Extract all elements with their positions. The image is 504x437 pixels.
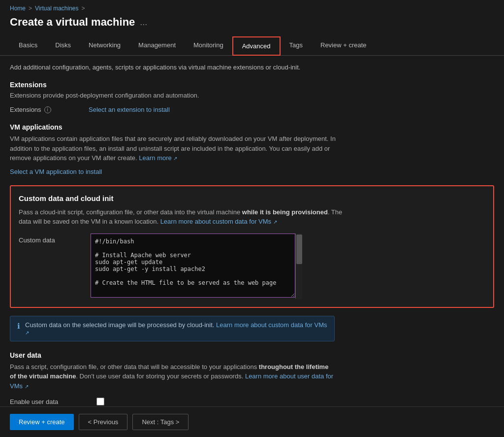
custom-data-bold: while it is being provisioned xyxy=(242,208,328,216)
main-description: Add additional configuration, agents, sc… xyxy=(10,64,494,71)
enable-user-data-checkbox[interactable] xyxy=(96,398,104,405)
tab-basics[interactable]: Basics xyxy=(10,36,46,56)
breadcrumb: Home > Virtual machines > xyxy=(10,5,494,12)
info-banner-text: Custom data on the selected image will b… xyxy=(25,321,327,336)
select-extension-link[interactable]: Select an extension to install xyxy=(89,106,170,113)
enable-user-data-label: Enable user data xyxy=(10,398,89,405)
info-banner: ℹ Custom data on the selected image will… xyxy=(10,316,335,341)
vm-apps-heading: VM applications xyxy=(10,123,494,131)
breadcrumb-sep2: > xyxy=(82,5,85,12)
tab-monitoring[interactable]: Monitoring xyxy=(185,36,232,56)
tab-disks[interactable]: Disks xyxy=(46,36,80,56)
breadcrumb-sep1: > xyxy=(29,5,32,12)
custom-data-section: Custom data and cloud init Pass a cloud-… xyxy=(10,185,494,308)
custom-data-ext-icon: ↗ xyxy=(273,219,277,225)
select-vm-app-link[interactable]: Select a VM application to install xyxy=(10,168,102,175)
page-title: Create a virtual machine xyxy=(10,16,135,29)
more-options-icon[interactable]: ... xyxy=(140,17,147,28)
scrollbar[interactable] xyxy=(295,234,302,299)
tab-tags[interactable]: Tags xyxy=(281,36,312,56)
info-banner-learn-more[interactable]: Learn more about custom data for VMs xyxy=(216,321,327,329)
scrollbar-thumb xyxy=(296,235,302,264)
info-banner-icon: ℹ xyxy=(17,322,20,331)
extensions-sub: Extensions provide post-deployment confi… xyxy=(10,92,494,99)
breadcrumb-home[interactable]: Home xyxy=(10,5,26,12)
user-data-heading: User data xyxy=(10,351,494,359)
extensions-label: Extensions i xyxy=(10,106,89,113)
custom-data-label: Custom data xyxy=(19,234,83,244)
user-data-desc: Pass a script, configuration file, or ot… xyxy=(10,362,335,391)
extensions-heading: Extensions xyxy=(10,81,494,89)
custom-data-desc: Pass a cloud-init script, configuration … xyxy=(19,207,344,227)
user-data-ext-icon: ↗ xyxy=(25,384,29,389)
tab-advanced[interactable]: Advanced xyxy=(232,36,281,56)
extensions-section: Extensions Extensions provide post-deplo… xyxy=(10,81,494,113)
vm-apps-desc: VM applications contain application file… xyxy=(10,134,345,163)
custom-data-textarea-container: #!/bin/bash # Install Apache web server … xyxy=(91,234,302,299)
info-ext-icon: ↗ xyxy=(25,330,29,336)
previous-button[interactable]: < Previous xyxy=(79,414,128,430)
tab-management[interactable]: Management xyxy=(129,36,185,56)
review-create-button[interactable]: Review + create xyxy=(10,414,74,430)
breadcrumb-vms[interactable]: Virtual machines xyxy=(35,5,79,12)
external-link-icon: ↗ xyxy=(173,156,177,161)
vm-apps-learn-more[interactable]: Learn more xyxy=(139,154,171,162)
custom-data-textarea[interactable]: #!/bin/bash # Install Apache web server … xyxy=(91,234,295,298)
user-data-section: User data Pass a script, configuration f… xyxy=(10,351,494,406)
next-tags-button[interactable]: Next : Tags > xyxy=(132,414,189,430)
footer-bar: Review + create < Previous Next : Tags > xyxy=(0,406,504,437)
vm-applications-section: VM applications VM applications contain … xyxy=(10,123,494,175)
custom-data-heading: Custom data and cloud init xyxy=(19,194,485,202)
extensions-info-icon[interactable]: i xyxy=(44,106,51,113)
tabs-bar: Basics Disks Networking Management Monit… xyxy=(0,36,504,56)
tab-networking[interactable]: Networking xyxy=(80,36,129,56)
tab-review-create[interactable]: Review + create xyxy=(312,36,376,56)
custom-data-learn-more[interactable]: Learn more about custom data for VMs xyxy=(160,218,271,225)
